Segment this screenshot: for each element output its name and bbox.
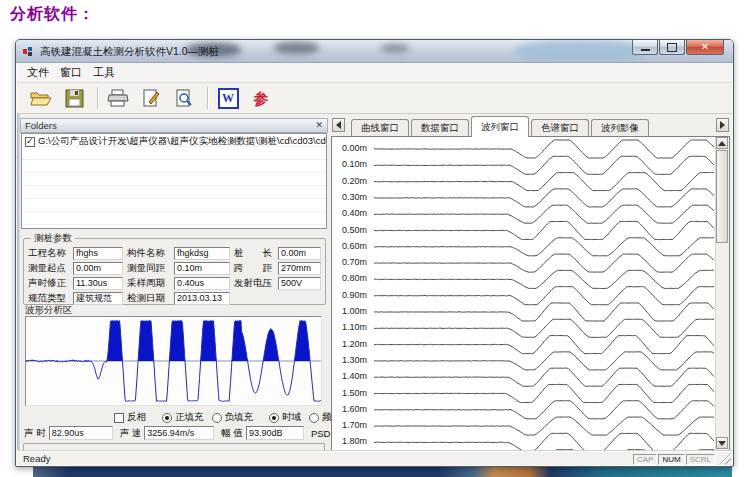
tab-wave-train-image[interactable]: 波列影像 xyxy=(591,119,649,136)
readout-label: PSD xyxy=(311,428,331,439)
glass-reflection xyxy=(274,42,319,54)
tab-strip: 曲线窗口数据窗口波列窗口色谱窗口波列影像 xyxy=(331,116,730,136)
waveform-plot[interactable] xyxy=(25,316,322,406)
toolbar-separator xyxy=(97,87,98,109)
fill-positive-radio-group[interactable]: 正填充 xyxy=(162,411,204,424)
parameters-button[interactable]: 参 xyxy=(246,85,276,111)
folder-checkbox[interactable] xyxy=(25,137,35,147)
tab-data-window[interactable]: 数据窗口 xyxy=(411,119,469,136)
tab-spectrum-window[interactable]: 色谱窗口 xyxy=(531,119,589,136)
folders-panel-header[interactable]: Folders ✕ xyxy=(20,118,328,133)
waveform-controls: 反相 正填充 负填充 时域 频域 xyxy=(114,411,341,424)
depth-label: 0.90m xyxy=(342,290,367,300)
depth-label: 1.20m xyxy=(342,339,367,349)
glass-reflection xyxy=(516,40,646,62)
time-domain-radio[interactable] xyxy=(269,413,279,423)
folder-path: G:\公司产品设计开发\超声仪器\超声仪实地检测数据\测桩\cd\cd03\cd… xyxy=(38,135,327,148)
time-domain-radio-group[interactable]: 时域 xyxy=(269,411,301,424)
page-magnifier-icon xyxy=(175,89,193,108)
depth-label: 1.30m xyxy=(342,355,367,365)
tab-scroll-left-button[interactable] xyxy=(332,118,345,132)
readout-label: 声 速 xyxy=(120,427,142,440)
indicator-cap: CAP xyxy=(633,454,657,465)
param-value[interactable]: fhghs xyxy=(73,247,123,260)
wave-train-panel: 曲线窗口数据窗口波列窗口色谱窗口波列影像 0.00m0.10m0.20m0.30… xyxy=(331,116,730,452)
vertical-scrollbar[interactable] xyxy=(715,137,729,451)
toolbar: W 参 xyxy=(17,83,732,114)
invert-checkbox-group[interactable]: 反相 xyxy=(114,411,146,424)
depth-label: 0.40m xyxy=(342,208,367,218)
param-value[interactable]: fhgkdsg xyxy=(174,247,230,260)
scroll-down-button[interactable] xyxy=(716,437,728,449)
folder-item[interactable]: G:\公司产品设计开发\超声仪器\超声仪实地检测数据\测桩\cd\cd03\cd… xyxy=(22,134,326,149)
time-domain-label: 时域 xyxy=(282,411,301,424)
wave-trace xyxy=(374,336,714,354)
export-button[interactable] xyxy=(136,85,166,111)
param-label: 采样周期 xyxy=(127,277,174,290)
depth-label: 1.50m xyxy=(342,388,367,398)
fill-negative-radio[interactable] xyxy=(212,413,222,423)
param-value[interactable]: 2013.03.13 xyxy=(174,292,230,305)
folders-panel-title: Folders xyxy=(25,120,57,131)
close-button[interactable]: ✕ xyxy=(686,40,724,55)
invert-label: 反相 xyxy=(127,411,146,424)
triangle-up-icon xyxy=(718,137,726,146)
save-button[interactable] xyxy=(59,85,89,111)
print-button[interactable] xyxy=(103,85,133,111)
folder-list[interactable]: G:\公司产品设计开发\超声仪器\超声仪实地检测数据\测桩\cd\cd03\cd… xyxy=(21,133,327,229)
wave-train-traces xyxy=(374,137,716,452)
pile-params-grid: 工程名称fhghs构件名称fhgkdsg桩 长0.00m测量起点0.00m测量间… xyxy=(24,239,325,305)
pile-params-title: 测桩参数 xyxy=(31,232,75,245)
param-value[interactable]: 0.40us xyxy=(174,277,230,290)
fill-positive-radio[interactable] xyxy=(162,413,172,423)
minimize-button[interactable] xyxy=(632,40,658,55)
wave-trace xyxy=(374,433,714,451)
chevron-left-icon xyxy=(336,121,341,129)
open-button[interactable] xyxy=(26,85,56,111)
word-report-button[interactable]: W xyxy=(213,85,243,111)
word-icon: W xyxy=(218,88,239,109)
param-value[interactable]: 0.00m xyxy=(278,247,321,260)
title-bar[interactable]: 高铁建混凝土检测分析软件V1.0—测桩 ✕ xyxy=(16,40,733,63)
folders-close-icon[interactable]: ✕ xyxy=(315,121,323,130)
tab-scroll-right-button[interactable] xyxy=(716,118,729,132)
param-value[interactable]: 500V xyxy=(278,277,321,290)
menu-tools[interactable]: 工具 xyxy=(91,63,124,82)
chevron-right-icon xyxy=(720,121,725,129)
dock-edge xyxy=(17,114,20,452)
maximize-icon xyxy=(667,43,677,52)
readout-value[interactable]: 82.90us xyxy=(49,426,113,440)
wave-trace xyxy=(374,270,714,288)
toolbar-separator xyxy=(207,87,208,109)
menu-file[interactable]: 文件 xyxy=(25,63,58,82)
invert-checkbox[interactable] xyxy=(114,413,124,423)
depth-label: 1.80m xyxy=(342,436,367,446)
readout-value[interactable]: 93.90dB xyxy=(246,426,304,440)
depth-label: 1.00m xyxy=(342,306,367,316)
param-value[interactable]: 0.10m xyxy=(174,262,230,275)
param-value[interactable]: 11.30us xyxy=(73,277,123,290)
tab-wave-train-window[interactable]: 波列窗口 xyxy=(471,116,529,137)
resize-grip[interactable] xyxy=(719,453,731,465)
menu-window[interactable]: 窗口 xyxy=(58,63,91,82)
freq-domain-radio[interactable] xyxy=(309,413,319,423)
print-preview-button[interactable] xyxy=(169,85,199,111)
scroll-up-button[interactable] xyxy=(716,137,728,149)
open-folder-icon xyxy=(30,89,52,107)
wave-trace xyxy=(374,189,714,207)
scrollbar-thumb[interactable] xyxy=(716,150,728,243)
maximize-button[interactable] xyxy=(659,40,685,55)
param-value[interactable]: 建筑规范 xyxy=(73,292,123,305)
wave-trace xyxy=(374,221,714,239)
fill-negative-radio-group[interactable]: 负填充 xyxy=(212,411,254,424)
tab-curve-window[interactable]: 曲线窗口 xyxy=(351,119,409,136)
param-value[interactable]: 270mm xyxy=(278,262,321,275)
wave-train-view[interactable]: 0.00m0.10m0.20m0.30m0.40m0.50m0.60m0.70m… xyxy=(331,136,730,452)
app-window: 高铁建混凝土检测分析软件V1.0—测桩 ✕ 文件 窗口 工具 xyxy=(15,39,734,467)
param-label: 跨 距 xyxy=(234,262,278,275)
wave-trace xyxy=(374,401,714,419)
printer-icon xyxy=(107,89,129,107)
readout-value[interactable]: 3256.94m/s xyxy=(144,426,214,440)
indicator-num: NUM xyxy=(658,454,684,465)
param-value[interactable]: 0.00m xyxy=(73,262,123,275)
